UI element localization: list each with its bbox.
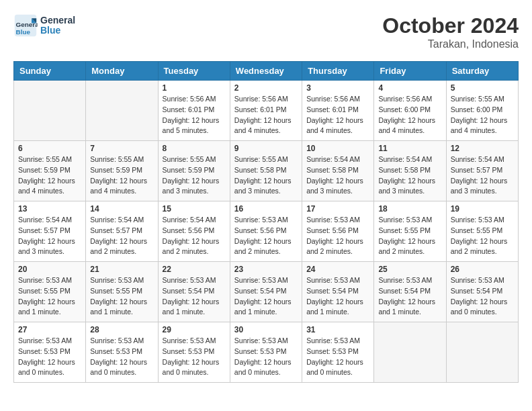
cell-info: Sunrise: 5:55 AMSunset: 5:59 PMDaylight:… xyxy=(90,154,153,197)
cell-info: Sunrise: 5:56 AMSunset: 6:01 PMDaylight:… xyxy=(306,94,369,136)
calendar-cell: 1Sunrise: 5:56 AMSunset: 6:01 PMDaylight… xyxy=(158,81,230,141)
cell-info: Sunrise: 5:54 AMSunset: 5:56 PMDaylight:… xyxy=(163,215,226,257)
title-block: October 2024 Tarakan, Indonesia xyxy=(382,13,519,50)
day-number: 28 xyxy=(90,325,153,334)
day-number: 3 xyxy=(306,83,369,93)
day-number: 7 xyxy=(90,144,153,153)
day-number: 23 xyxy=(234,265,298,274)
cell-info: Sunrise: 5:53 AMSunset: 5:56 PMDaylight:… xyxy=(306,215,369,257)
cell-info: Sunrise: 5:53 AMSunset: 5:55 PMDaylight:… xyxy=(18,275,81,318)
day-number: 6 xyxy=(18,144,81,153)
calendar-cell xyxy=(14,81,86,141)
calendar-cell: 26Sunrise: 5:53 AMSunset: 5:54 PMDayligh… xyxy=(446,262,518,322)
month-year-title: October 2024 xyxy=(382,13,519,38)
day-number: 16 xyxy=(234,204,298,214)
cell-info: Sunrise: 5:56 AMSunset: 6:01 PMDaylight:… xyxy=(163,94,226,136)
calendar-cell: 14Sunrise: 5:54 AMSunset: 5:57 PMDayligh… xyxy=(86,201,158,262)
svg-text:Blue: Blue xyxy=(16,28,31,36)
calendar-cell: 8Sunrise: 5:55 AMSunset: 5:59 PMDaylight… xyxy=(158,141,230,201)
day-number: 22 xyxy=(163,265,226,274)
day-number: 27 xyxy=(18,325,81,334)
logo-text-general: General xyxy=(40,15,75,26)
cell-info: Sunrise: 5:54 AMSunset: 5:58 PMDaylight:… xyxy=(306,154,369,197)
cell-info: Sunrise: 5:55 AMSunset: 5:59 PMDaylight:… xyxy=(18,154,81,197)
calendar-cell: 13Sunrise: 5:54 AMSunset: 5:57 PMDayligh… xyxy=(14,201,86,262)
day-number: 15 xyxy=(163,204,226,214)
calendar-cell: 25Sunrise: 5:53 AMSunset: 5:54 PMDayligh… xyxy=(374,262,446,322)
cell-info: Sunrise: 5:53 AMSunset: 5:54 PMDaylight:… xyxy=(163,275,226,318)
calendar-cell: 29Sunrise: 5:53 AMSunset: 5:53 PMDayligh… xyxy=(158,322,230,383)
day-header-sunday: Sunday xyxy=(14,62,86,81)
calendar-cell: 17Sunrise: 5:53 AMSunset: 5:56 PMDayligh… xyxy=(302,201,374,262)
calendar-table: SundayMondayTuesdayWednesdayThursdayFrid… xyxy=(13,61,519,383)
cell-info: Sunrise: 5:53 AMSunset: 5:56 PMDaylight:… xyxy=(234,215,298,257)
calendar-cell: 19Sunrise: 5:53 AMSunset: 5:55 PMDayligh… xyxy=(446,201,518,262)
cell-info: Sunrise: 5:54 AMSunset: 5:57 PMDaylight:… xyxy=(451,154,514,197)
cell-info: Sunrise: 5:53 AMSunset: 5:53 PMDaylight:… xyxy=(306,336,369,378)
day-number: 1 xyxy=(163,83,226,93)
logo-text-blue: Blue xyxy=(40,26,75,36)
calendar-cell xyxy=(446,322,518,383)
cell-info: Sunrise: 5:56 AMSunset: 6:00 PMDaylight:… xyxy=(378,94,441,136)
day-number: 26 xyxy=(451,265,514,274)
day-number: 5 xyxy=(451,83,514,93)
day-number: 29 xyxy=(163,325,226,334)
calendar-cell: 30Sunrise: 5:53 AMSunset: 5:53 PMDayligh… xyxy=(230,322,302,383)
calendar-cell: 2Sunrise: 5:56 AMSunset: 6:01 PMDaylight… xyxy=(230,81,302,141)
logo-icon: General Blue xyxy=(13,13,38,38)
cell-info: Sunrise: 5:53 AMSunset: 5:53 PMDaylight:… xyxy=(90,336,153,378)
calendar-week-row: 1Sunrise: 5:56 AMSunset: 6:01 PMDaylight… xyxy=(14,81,519,141)
calendar-cell: 31Sunrise: 5:53 AMSunset: 5:53 PMDayligh… xyxy=(302,322,374,383)
day-number: 10 xyxy=(306,144,369,153)
day-number: 20 xyxy=(18,265,81,274)
calendar-cell: 5Sunrise: 5:55 AMSunset: 6:00 PMDaylight… xyxy=(446,81,518,141)
day-header-monday: Monday xyxy=(86,62,158,81)
day-header-thursday: Thursday xyxy=(302,62,374,81)
cell-info: Sunrise: 5:53 AMSunset: 5:54 PMDaylight:… xyxy=(234,275,298,318)
calendar-cell: 6Sunrise: 5:55 AMSunset: 5:59 PMDaylight… xyxy=(14,141,86,201)
calendar-header-row: SundayMondayTuesdayWednesdayThursdayFrid… xyxy=(14,62,519,81)
calendar-cell: 11Sunrise: 5:54 AMSunset: 5:58 PMDayligh… xyxy=(374,141,446,201)
day-number: 17 xyxy=(306,204,369,214)
cell-info: Sunrise: 5:54 AMSunset: 5:58 PMDaylight:… xyxy=(378,154,441,197)
cell-info: Sunrise: 5:53 AMSunset: 5:54 PMDaylight:… xyxy=(451,275,514,318)
calendar-cell: 12Sunrise: 5:54 AMSunset: 5:57 PMDayligh… xyxy=(446,141,518,201)
day-header-tuesday: Tuesday xyxy=(158,62,230,81)
calendar-cell: 20Sunrise: 5:53 AMSunset: 5:55 PMDayligh… xyxy=(14,262,86,322)
calendar-cell: 21Sunrise: 5:53 AMSunset: 5:55 PMDayligh… xyxy=(86,262,158,322)
day-number: 14 xyxy=(90,204,153,214)
calendar-cell: 15Sunrise: 5:54 AMSunset: 5:56 PMDayligh… xyxy=(158,201,230,262)
calendar-cell: 9Sunrise: 5:55 AMSunset: 5:58 PMDaylight… xyxy=(230,141,302,201)
location-subtitle: Tarakan, Indonesia xyxy=(382,38,519,50)
cell-info: Sunrise: 5:53 AMSunset: 5:54 PMDaylight:… xyxy=(306,275,369,318)
cell-info: Sunrise: 5:55 AMSunset: 5:59 PMDaylight:… xyxy=(163,154,226,197)
calendar-cell: 22Sunrise: 5:53 AMSunset: 5:54 PMDayligh… xyxy=(158,262,230,322)
cell-info: Sunrise: 5:55 AMSunset: 5:58 PMDaylight:… xyxy=(234,154,298,197)
cell-info: Sunrise: 5:54 AMSunset: 5:57 PMDaylight:… xyxy=(90,215,153,257)
calendar-week-row: 6Sunrise: 5:55 AMSunset: 5:59 PMDaylight… xyxy=(14,141,519,201)
day-number: 18 xyxy=(378,204,441,214)
day-header-wednesday: Wednesday xyxy=(230,62,302,81)
calendar-cell: 16Sunrise: 5:53 AMSunset: 5:56 PMDayligh… xyxy=(230,201,302,262)
day-number: 12 xyxy=(451,144,514,153)
day-number: 11 xyxy=(378,144,441,153)
day-number: 2 xyxy=(234,83,298,93)
cell-info: Sunrise: 5:55 AMSunset: 6:00 PMDaylight:… xyxy=(451,94,514,136)
day-number: 25 xyxy=(378,265,441,274)
cell-info: Sunrise: 5:53 AMSunset: 5:55 PMDaylight:… xyxy=(451,215,514,257)
calendar-week-row: 20Sunrise: 5:53 AMSunset: 5:55 PMDayligh… xyxy=(14,262,519,322)
calendar-cell: 28Sunrise: 5:53 AMSunset: 5:53 PMDayligh… xyxy=(86,322,158,383)
cell-info: Sunrise: 5:53 AMSunset: 5:53 PMDaylight:… xyxy=(234,336,298,378)
calendar-cell xyxy=(374,322,446,383)
calendar-cell: 23Sunrise: 5:53 AMSunset: 5:54 PMDayligh… xyxy=(230,262,302,322)
day-number: 9 xyxy=(234,144,298,153)
cell-info: Sunrise: 5:54 AMSunset: 5:57 PMDaylight:… xyxy=(18,215,81,257)
day-number: 19 xyxy=(451,204,514,214)
calendar-cell: 3Sunrise: 5:56 AMSunset: 6:01 PMDaylight… xyxy=(302,81,374,141)
calendar-cell: 10Sunrise: 5:54 AMSunset: 5:58 PMDayligh… xyxy=(302,141,374,201)
cell-info: Sunrise: 5:53 AMSunset: 5:53 PMDaylight:… xyxy=(163,336,226,378)
day-header-saturday: Saturday xyxy=(446,62,518,81)
calendar-cell xyxy=(86,81,158,141)
cell-info: Sunrise: 5:56 AMSunset: 6:01 PMDaylight:… xyxy=(234,94,298,136)
calendar-week-row: 27Sunrise: 5:53 AMSunset: 5:53 PMDayligh… xyxy=(14,322,519,383)
